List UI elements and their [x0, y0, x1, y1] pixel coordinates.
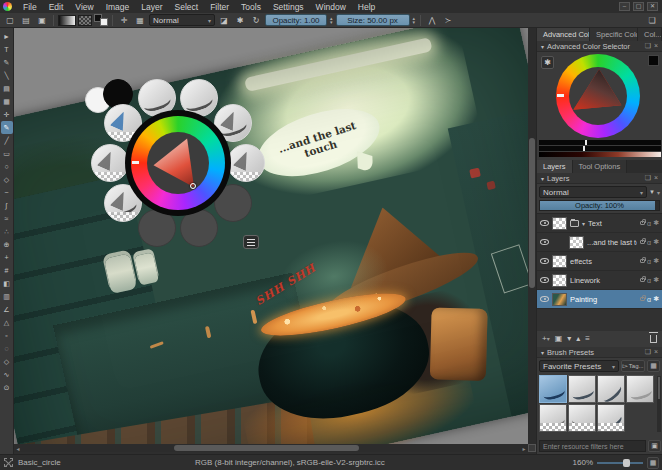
preset-display-mode-icon[interactable]: ▦ — [647, 360, 660, 372]
tool-gradient-edit-icon[interactable]: ▤ — [1, 82, 13, 95]
tool-freehand-brush-icon[interactable]: ✎ — [1, 121, 13, 134]
tool-ellipse-select-icon[interactable]: ◌ — [1, 342, 13, 355]
preset-options-icon[interactable]: ✱ — [233, 14, 247, 27]
lock-icon[interactable] — [640, 240, 645, 244]
move-layer-down-button[interactable]: ▾ — [567, 334, 571, 344]
opacity-slider[interactable]: Opacity: 1.00 — [265, 14, 327, 26]
layer-opacity-slider[interactable]: Opacity: 100% — [539, 200, 660, 211]
visibility-eye-icon[interactable] — [540, 258, 549, 264]
brush-size-slider[interactable]: Size: 50.00 px — [336, 14, 410, 26]
menu-layer[interactable]: Layer — [135, 1, 168, 13]
tool-ellipse-icon[interactable]: ○ — [1, 160, 13, 173]
canvas-only-mode-icon[interactable]: ▦ — [647, 457, 659, 469]
layer-props-icon[interactable]: ✱ — [653, 276, 659, 284]
menu-select[interactable]: Select — [169, 1, 205, 13]
color-slider-2[interactable] — [539, 146, 661, 151]
move-layer-up-button[interactable]: ▴ — [576, 334, 580, 344]
add-layer-button[interactable]: +▾ — [542, 334, 550, 344]
collapse-icon[interactable]: ▾ — [541, 349, 544, 356]
chevron-down-icon[interactable]: ▾ — [657, 189, 660, 196]
brush-preset-chisel[interactable] — [568, 375, 596, 403]
color-selector-settings-icon[interactable]: ✱ — [541, 56, 554, 69]
alpha-icon[interactable]: α — [647, 277, 651, 284]
workspace-chooser-icon[interactable]: ❏ — [645, 14, 659, 27]
visibility-eye-icon[interactable] — [540, 296, 549, 302]
gradient-chooser[interactable] — [58, 15, 76, 26]
float-docker-icon[interactable]: ❏ — [645, 42, 651, 50]
collapse-icon[interactable]: ▾ — [541, 175, 544, 182]
tool-rectangle-icon[interactable]: ▭ — [1, 147, 13, 160]
alpha-icon[interactable]: α — [647, 296, 651, 303]
alpha-icon[interactable]: α — [647, 239, 651, 246]
menu-view[interactable]: View — [69, 1, 99, 13]
layer-row-bubble[interactable]: ...and the last to... α✱ — [537, 233, 662, 252]
layer-row-effects[interactable]: effects α✱ — [537, 252, 662, 271]
scroll-left-icon[interactable]: ◂ — [14, 445, 22, 452]
menu-help[interactable]: Help — [352, 1, 381, 13]
tool-transform-icon[interactable]: ⊕ — [1, 238, 13, 251]
brush-preset-airbrush[interactable] — [626, 375, 654, 403]
vertical-scrollbar[interactable] — [528, 28, 536, 444]
tool-crop-icon[interactable]: # — [1, 264, 13, 277]
tab-advanced-color[interactable]: Advanced Color ... — [537, 28, 590, 41]
preset-grid-scrollbar[interactable] — [657, 376, 661, 432]
layer-props-icon[interactable]: ✱ — [653, 257, 659, 265]
tag-button[interactable]: ▻ Tag... — [621, 360, 645, 372]
visibility-eye-icon[interactable] — [540, 277, 549, 283]
layer-row-linework[interactable]: Linework α✱ — [537, 271, 662, 290]
tab-color[interactable]: Col... — [638, 28, 662, 41]
tool-rect-select-icon[interactable]: ▫ — [1, 329, 13, 342]
tool-polygon-select-icon[interactable]: ◇ — [1, 355, 13, 368]
tool-polyline-icon[interactable]: ~ — [1, 186, 13, 199]
tool-bezier-icon[interactable]: ∫ — [1, 199, 13, 212]
new-document-icon[interactable]: ▢ — [3, 14, 17, 27]
canvas-viewport[interactable]: SHH SHH ...and the last touch — [14, 28, 528, 444]
scroll-corner-button[interactable] — [528, 444, 536, 452]
layer-properties-button[interactable]: ≡ — [585, 334, 590, 344]
popup-palette[interactable] — [70, 55, 286, 271]
tool-multibrush-icon[interactable]: ∴ — [1, 225, 13, 238]
tool-polygon-icon[interactable]: ◇ — [1, 173, 13, 186]
delete-layer-button[interactable] — [650, 335, 657, 343]
close-docker-icon[interactable]: × — [654, 42, 658, 50]
menu-file[interactable]: File — [17, 1, 43, 13]
alpha-icon[interactable]: α — [647, 220, 651, 227]
pattern-chooser[interactable] — [78, 15, 92, 26]
tool-line-icon[interactable]: ╱ — [1, 134, 13, 147]
duplicate-layer-button[interactable]: ▣ — [555, 334, 563, 344]
menu-filter[interactable]: Filter — [204, 1, 235, 13]
open-document-icon[interactable]: ▤ — [19, 14, 33, 27]
mirror-horizontal-icon[interactable]: ⋀ — [425, 14, 439, 27]
layer-row-text[interactable]: ▾ Text α✱ — [537, 214, 662, 233]
tool-gradient-icon[interactable]: ▥ — [1, 290, 13, 303]
opacity-spinner[interactable]: ▴▾ — [329, 16, 334, 24]
tab-specific-color[interactable]: Specific Color ... — [590, 28, 638, 41]
popup-brush-slot-8[interactable] — [91, 144, 129, 182]
menu-settings[interactable]: Settings — [267, 1, 310, 13]
eraser-mode-icon[interactable]: ◪ — [217, 14, 231, 27]
popup-color-cursor[interactable] — [190, 183, 196, 189]
visibility-eye-icon[interactable] — [540, 220, 549, 226]
lightness-strip[interactable] — [539, 152, 661, 157]
menu-image[interactable]: Image — [100, 1, 136, 13]
lock-icon[interactable] — [640, 297, 645, 301]
save-document-icon[interactable]: ▣ — [35, 14, 49, 27]
expand-chevron-icon[interactable]: ▾ — [582, 220, 585, 227]
menu-tools[interactable]: Tools — [235, 1, 267, 13]
lock-icon[interactable] — [640, 259, 645, 263]
tool-text-icon[interactable]: T — [1, 43, 13, 56]
layer-props-icon[interactable]: ✱ — [653, 238, 659, 246]
layer-props-icon[interactable]: ✱ — [653, 219, 659, 227]
zoom-slider-thumb[interactable] — [623, 459, 630, 467]
tool-measure-icon[interactable]: ∠ — [1, 303, 13, 316]
tool-calligraphy-icon[interactable]: ╲ — [1, 69, 13, 82]
tool-freehand-select-icon[interactable]: ∿ — [1, 368, 13, 381]
tool-move-icon[interactable]: + — [1, 251, 13, 264]
mirror-vertical-icon[interactable]: ≻ — [441, 14, 455, 27]
maximize-button[interactable]: ▢ — [633, 2, 644, 11]
tool-color-sampler-icon[interactable]: ✛ — [1, 108, 13, 121]
float-docker-icon[interactable]: ❏ — [645, 174, 651, 182]
tab-tool-options[interactable]: Tool Options — [573, 160, 628, 173]
layer-blend-mode-dropdown[interactable]: Normal ▾ — [539, 186, 647, 198]
fg-bg-color-swatch[interactable] — [94, 14, 108, 26]
